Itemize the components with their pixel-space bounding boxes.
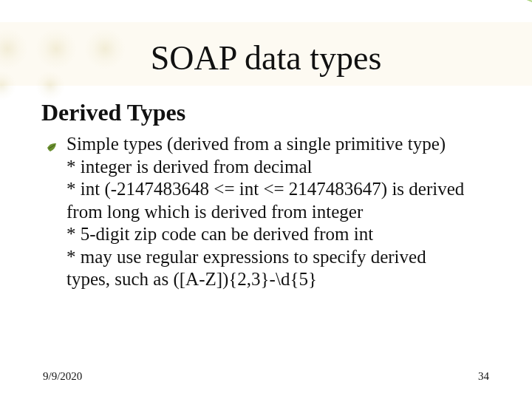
body-line: * int (-2147483648 <= int <= 2147483647)…	[66, 179, 464, 199]
body-line: * 5-digit zip code can be derived from i…	[66, 224, 373, 244]
body-line: Simple types (derived from a single prim…	[66, 134, 446, 154]
slide-body: Simple types (derived from a single prim…	[66, 133, 495, 291]
leaf-icon	[46, 137, 59, 151]
body-line: * may use regular expressions to specify…	[66, 247, 426, 267]
bullet-item: Simple types (derived from a single prim…	[66, 133, 495, 291]
footer-page-number: 34	[478, 370, 489, 383]
slide: SOAP data types Derived Types Simple typ…	[0, 0, 532, 399]
slide-title: SOAP data types	[0, 38, 532, 78]
body-line: from long which is derived from integer	[66, 202, 363, 222]
body-line: types, such as ([A-Z]){2,3}-\d{5}	[66, 269, 317, 289]
slide-subtitle: Derived Types	[41, 99, 185, 126]
footer-date: 9/9/2020	[43, 370, 82, 383]
body-line: * integer is derived from decimal	[66, 157, 313, 177]
